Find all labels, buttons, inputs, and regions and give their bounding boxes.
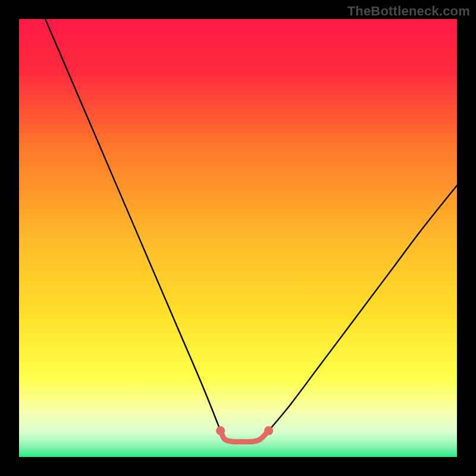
watermark-text: TheBottleneck.com: [347, 4, 470, 19]
chart-svg: [19, 19, 457, 457]
plot-area: [19, 19, 457, 457]
gradient-background: [19, 19, 457, 457]
trough-endpoint-marker: [216, 426, 225, 435]
trough-endpoint-marker: [264, 426, 273, 435]
chart-frame: TheBottleneck.com: [0, 0, 476, 476]
